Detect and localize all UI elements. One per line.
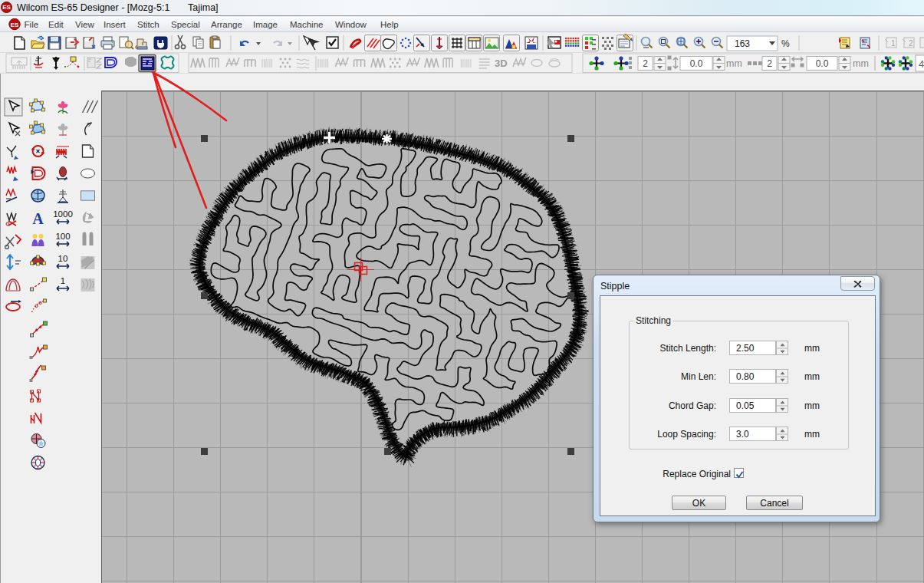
svg-text:1: 1	[891, 39, 896, 48]
svg-text:1000: 1000	[53, 209, 73, 219]
svg-text:10: 10	[58, 254, 68, 263]
svg-text:3D: 3D	[495, 58, 508, 69]
svg-text:163: 163	[735, 38, 750, 49]
svg-text:1: 1	[61, 276, 65, 285]
svg-text:mm: mm	[726, 58, 742, 69]
svg-text:100: 100	[55, 232, 70, 241]
svg-text:ES: ES	[11, 21, 19, 28]
svg-text:4: 4	[919, 58, 924, 70]
svg-text:mm: mm	[853, 58, 869, 69]
svg-text:2: 2	[767, 58, 772, 69]
svg-text:%: %	[781, 38, 790, 49]
svg-text:0.0: 0.0	[690, 58, 703, 69]
svg-text:2: 2	[909, 39, 913, 48]
svg-text:0.0: 0.0	[816, 58, 829, 69]
svg-text:2: 2	[643, 58, 648, 69]
svg-text:ES: ES	[2, 4, 11, 11]
svg-text:A: A	[32, 210, 44, 227]
